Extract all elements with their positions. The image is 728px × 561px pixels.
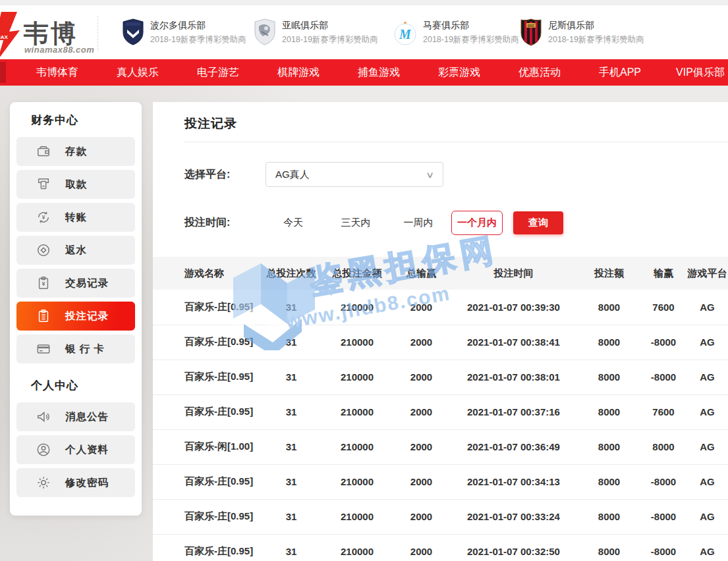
sidebar-item-announcements[interactable]: 消息公告 xyxy=(16,402,135,431)
nav-item-mobile-app[interactable]: 手机APP xyxy=(580,66,660,80)
table-cell: AG xyxy=(686,325,728,360)
sidebar-item-label: 返水 xyxy=(65,244,87,257)
table-cell: 210000 xyxy=(321,499,393,534)
brand-domain: winamax88.com xyxy=(24,45,94,55)
table-cell: 210000 xyxy=(321,464,393,499)
svg-text:MAX: MAX xyxy=(0,34,8,40)
time-option-today[interactable]: 今天 xyxy=(273,217,313,229)
table-cell: 百家乐-庄[0.95] xyxy=(153,499,262,534)
nav-item-board-games[interactable]: 棋牌游戏 xyxy=(258,66,339,80)
sidebar-item-deposit[interactable]: 存款 xyxy=(16,137,135,166)
col-game-platform: 游戏平台 xyxy=(686,257,728,290)
sidebar-item-label: 转账 xyxy=(65,211,87,225)
marseille-club-logo-icon: M xyxy=(393,18,417,46)
transaction-record-icon: ¥ xyxy=(36,276,51,290)
table-cell: 2021-01-07 00:32:50 xyxy=(449,534,578,561)
nav-item-fishing[interactable]: 捕鱼游戏 xyxy=(339,66,419,80)
nice-club-logo-icon: OGC xyxy=(520,18,542,46)
chevron-down-icon: ∨ xyxy=(426,170,435,180)
sponsor-subtitle: 2018-19新赛季博彩赞助商 xyxy=(423,34,519,45)
table-cell: 2021-01-07 00:38:41 xyxy=(449,325,578,360)
table-cell: 2021-01-07 00:33:24 xyxy=(449,499,578,534)
table-cell: 2000 xyxy=(393,360,449,394)
sponsor-name: 马赛俱乐部 xyxy=(423,20,519,32)
nav-item-vip-club[interactable]: VIP俱乐部 xyxy=(660,66,728,80)
sidebar-item-transaction-records[interactable]: ¥ 交易记录 xyxy=(16,269,135,298)
table-cell: 31 xyxy=(262,360,321,394)
brand-logo[interactable]: MAX 韦博 winamax88.com xyxy=(0,9,112,57)
col-game-name: 游戏名称 xyxy=(153,257,262,290)
time-option-3days[interactable]: 三天内 xyxy=(333,217,379,229)
svg-text:¥: ¥ xyxy=(42,280,45,287)
sponsor-name: 尼斯俱乐部 xyxy=(548,20,644,32)
table-cell: 8000 xyxy=(578,394,640,429)
title-divider xyxy=(184,142,728,142)
col-bet-time: 投注时间 xyxy=(449,257,578,290)
sponsor-name: 亚眠俱乐部 xyxy=(282,20,378,32)
table-row: 百家乐-庄[0.95]3121000020002021-01-07 00:33:… xyxy=(153,499,728,534)
sponsor-subtitle: 2018-19新赛季博彩赞助商 xyxy=(150,34,246,45)
sidebar-item-bank-card[interactable]: 银 行 卡 xyxy=(16,334,135,363)
table-row: 百家乐-庄[0.95]3121000020002021-01-07 00:34:… xyxy=(153,464,728,499)
bet-records-panel: 投注记录 选择平台: AG真人 ∨ 投注时间: 今天 三天内 一周内 一个月内 … xyxy=(153,102,728,561)
table-cell: 8000 xyxy=(578,464,640,499)
table-cell: 31 xyxy=(262,429,321,464)
sponsor-subtitle: 2018-19新赛季博彩赞助商 xyxy=(282,34,378,45)
sidebar-item-rebate[interactable]: 返水 xyxy=(16,236,135,265)
col-total-bet-amount: 总投注金额 xyxy=(321,257,393,290)
time-option-1week[interactable]: 一周内 xyxy=(395,217,441,229)
sponsor-text: 尼斯俱乐部 2018-19新赛季博彩赞助商 xyxy=(548,20,644,45)
transfer-icon: ¥ xyxy=(36,210,51,225)
sponsor-nice[interactable]: OGC 尼斯俱乐部 2018-19新赛季博彩赞助商 xyxy=(520,18,644,46)
deposit-wallet-icon xyxy=(36,144,51,159)
table-cell: AG xyxy=(686,464,728,499)
nav-item-lottery[interactable]: 彩票游戏 xyxy=(419,66,499,80)
table-cell: 7600 xyxy=(640,394,686,429)
personal-center-heading: 个人中心 xyxy=(31,378,135,393)
svg-text:¥: ¥ xyxy=(42,215,45,221)
table-cell: 210000 xyxy=(321,360,393,394)
query-button[interactable]: 查询 xyxy=(513,211,563,234)
nav-item-promotions[interactable]: 优惠活动 xyxy=(499,66,580,80)
table-cell: 31 xyxy=(262,534,321,561)
table-cell: 2000 xyxy=(393,394,449,429)
table-cell: 210000 xyxy=(321,534,393,561)
table-cell: 百家乐-庄[0.95] xyxy=(153,464,262,499)
table-row: 百家乐-庄[0.95]3121000020002021-01-07 00:37:… xyxy=(153,394,728,429)
sponsor-amiens[interactable]: 亚眠俱乐部 2018-19新赛季博彩赞助商 xyxy=(254,18,378,46)
sponsor-bordeaux[interactable]: 波尔多俱乐部 2018-19新赛季博彩赞助商 xyxy=(122,18,246,46)
nav-item-live-casino[interactable]: 真人娱乐 xyxy=(98,66,178,80)
table-cell: 8000 xyxy=(578,290,640,325)
sidebar-item-transfer[interactable]: ¥ 转账 xyxy=(16,203,135,232)
bet-time-label: 投注时间: xyxy=(184,216,266,230)
table-cell: 8000 xyxy=(640,429,686,464)
withdraw-icon xyxy=(36,177,51,192)
finance-center-heading: 财务中心 xyxy=(31,113,135,128)
page-title: 投注记录 xyxy=(153,102,728,132)
table-cell: 31 xyxy=(262,290,321,325)
table-cell: AG xyxy=(686,360,728,394)
nav-item-sports[interactable]: 韦博体育 xyxy=(17,66,98,80)
col-winloss: 输赢 xyxy=(640,257,686,290)
table-cell: -8000 xyxy=(640,534,686,561)
sidebar-item-bet-records[interactable]: 投注记录 xyxy=(16,302,135,331)
main-nav: 韦博体育 真人娱乐 电子游艺 棋牌游戏 捕鱼游戏 彩票游戏 优惠活动 手机APP… xyxy=(0,59,728,86)
table-cell: -8000 xyxy=(640,499,686,534)
time-option-1month[interactable]: 一个月内 xyxy=(451,211,503,235)
platform-select[interactable]: AG真人 ∨ xyxy=(266,162,443,187)
bet-records-table: 游戏名称 总投注次数 总投注金额 总输赢 投注时间 投注额 输赢 游戏平台 百家… xyxy=(153,257,728,561)
sidebar-item-change-password[interactable]: 修改密码 xyxy=(16,468,135,497)
svg-text:OGC: OGC xyxy=(528,24,535,28)
platform-select-value: AG真人 xyxy=(275,169,427,181)
sidebar-item-withdraw[interactable]: 取款 xyxy=(16,170,135,199)
table-cell: 8000 xyxy=(578,429,640,464)
nav-item-slots[interactable]: 电子游艺 xyxy=(178,66,258,80)
table-cell: 2000 xyxy=(393,290,449,325)
table-cell: 2000 xyxy=(393,429,449,464)
sponsor-marseille[interactable]: M 马赛俱乐部 2018-19新赛季博彩赞助商 xyxy=(393,18,519,46)
bordeaux-club-logo-icon xyxy=(122,18,144,46)
sidebar-item-profile[interactable]: 个人资料 xyxy=(16,435,135,464)
table-cell: 2021-01-07 00:36:49 xyxy=(449,429,578,464)
table-cell: 31 xyxy=(262,325,321,360)
table-cell: 31 xyxy=(262,499,321,534)
